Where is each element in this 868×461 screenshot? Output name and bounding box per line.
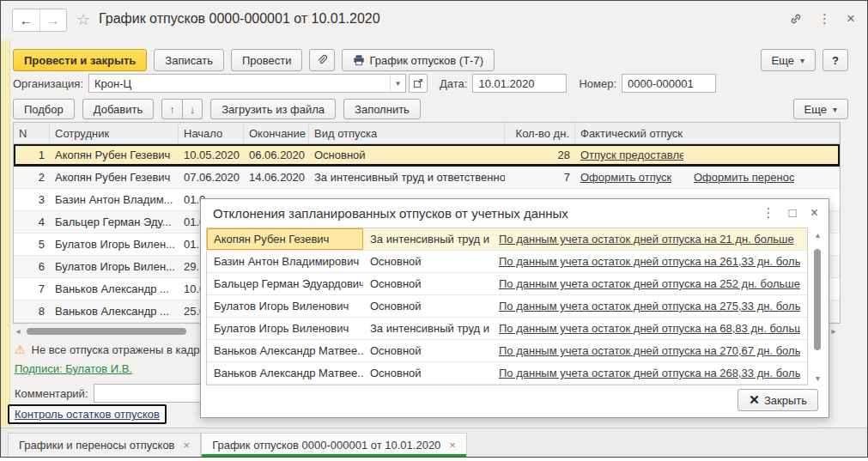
cell-fact2-link[interactable]: Оформить перенос: [694, 171, 794, 184]
app-window: ← → ☆ График отпусков 0000-000001 от 10.…: [0, 0, 868, 458]
warning-row: ⚠ Не все отпуска отражены в кадро: [15, 343, 206, 356]
cell-message-link[interactable]: По данным учета остаток дней отпуска на …: [499, 255, 800, 268]
cell-employee[interactable]: Ваньков Александр Матвее...: [207, 340, 363, 361]
back-button[interactable]: ←: [13, 9, 40, 31]
save-button[interactable]: Записать: [154, 49, 224, 71]
cell-employee[interactable]: Булатов Игорь Виленович: [207, 318, 363, 339]
organization-input[interactable]: [89, 75, 390, 92]
favorite-star-icon[interactable]: ☆: [76, 10, 90, 29]
deviation-row[interactable]: Акопян Рубен ГезевичЗа интенсивный труд …: [207, 228, 807, 251]
cell-message: По данным учета остаток дней отпуска на …: [492, 318, 807, 339]
col-days[interactable]: Кол-во дн.: [505, 123, 575, 143]
deviation-row[interactable]: Ваньков Александр Матвее...ОсновнойПо да…: [207, 340, 807, 362]
arrow-up-icon: ↑: [169, 103, 175, 116]
scroll-down-icon[interactable]: ▾: [813, 373, 823, 383]
signatures-link[interactable]: Подписи: Булатов И.В.: [15, 362, 132, 375]
cell-n: 2: [14, 167, 50, 188]
close-x-icon: ✕: [749, 392, 760, 408]
organization-dropdown-icon[interactable]: ▾: [390, 75, 405, 92]
scroll-left-icon[interactable]: ◂: [13, 326, 23, 336]
get-link-icon[interactable]: [789, 12, 803, 26]
cell-fact: Отпуск предоставле...: [575, 144, 689, 166]
dialog-restore-icon[interactable]: □: [789, 205, 797, 221]
form-more-button[interactable]: Еще▾: [761, 49, 816, 71]
organization-field[interactable]: ▾: [88, 74, 406, 93]
warning-text: Не все отпуска отражены в кадро: [32, 343, 206, 356]
cell-vacation-type: Основной: [363, 295, 492, 317]
cell-message-link[interactable]: По данным учета остаток дней отпуска на …: [499, 233, 794, 246]
col-n[interactable]: N: [14, 123, 50, 143]
tab-close-icon[interactable]: ×: [449, 439, 456, 452]
cell-employee[interactable]: Базин Антон Владимирович: [207, 251, 363, 272]
tab-close-icon[interactable]: ×: [184, 439, 191, 452]
vacation-balance-control: Контроль остатков отпусков: [8, 404, 167, 424]
cell-message-link[interactable]: По данным учета остаток дней отпуска на …: [499, 322, 800, 335]
col-type[interactable]: Вид отпуска: [309, 123, 505, 143]
cell-message-link[interactable]: По данным учета остаток дней отпуска на …: [499, 300, 800, 312]
cell-vacation-type: Основной: [363, 251, 492, 272]
cell-employee[interactable]: Ваньков Александр Матвее...: [207, 362, 363, 384]
comment-label: Комментарий:: [15, 387, 88, 400]
cell-fact-link[interactable]: Отпуск предоставле...: [580, 149, 683, 161]
post-button[interactable]: Провести: [231, 49, 303, 71]
deviations-dialog: Отклонения запланированных отпусков от у…: [200, 198, 829, 418]
dialog-close-icon[interactable]: ×: [810, 205, 818, 221]
vertical-scroll-thumb[interactable]: [814, 249, 821, 350]
cell-message-link[interactable]: По данным учета остаток дней отпуска на …: [499, 344, 800, 357]
print-t7-button[interactable]: График отпусков (Т-7): [342, 49, 495, 71]
cell-fact: Оформить отпуск: [575, 167, 689, 188]
add-button[interactable]: Добавить: [82, 99, 154, 119]
deviation-row[interactable]: Ваньков Александр Матвее...ОсновнойПо да…: [207, 362, 807, 385]
cell-fact-link[interactable]: Оформить отпуск: [580, 171, 671, 184]
pick-button[interactable]: Подбор: [13, 99, 75, 119]
dialog-vertical-scrollbar[interactable]: ▴ ▾: [812, 230, 823, 383]
table-row[interactable]: 1Акопян Рубен Гезевич10.05.202006.06.202…: [14, 144, 840, 167]
more-label: Еще: [772, 54, 794, 67]
window-menu-icon[interactable]: ⋮: [818, 11, 831, 27]
move-up-button[interactable]: ↑: [161, 99, 183, 119]
forward-button[interactable]: →: [40, 9, 67, 31]
deviation-row[interactable]: Булатов Игорь ВиленовичОсновнойПо данным…: [207, 295, 807, 318]
tab-vacation-schedule-document[interactable]: График отпусков 0000-000001 от 10.01.202…: [201, 433, 467, 457]
attachments-button[interactable]: [309, 49, 335, 71]
number-input[interactable]: [622, 75, 784, 92]
date-field[interactable]: [472, 74, 567, 93]
warning-icon: ⚠: [15, 343, 26, 356]
col-employee[interactable]: Сотрудник: [50, 123, 179, 143]
table-row[interactable]: 2Акопян Рубен Гезевич07.06.202014.06.202…: [14, 167, 840, 189]
paperclip-icon: [316, 54, 328, 66]
load-from-file-button[interactable]: Загрузить из файла: [210, 99, 336, 119]
cell-employee: Акопян Рубен Гезевич: [50, 144, 179, 166]
dialog-menu-icon[interactable]: ⋮: [762, 205, 775, 221]
chevron-down-icon: ▾: [833, 105, 837, 114]
balance-control-link[interactable]: Контроль остатков отпусков: [15, 408, 160, 421]
deviation-row[interactable]: Базин Антон ВладимировичОсновнойПо данны…: [207, 251, 807, 273]
tab-vacation-schedules-list[interactable]: Графики и переносы отпусков ×: [8, 433, 201, 457]
post-and-close-button[interactable]: Провести и закрыть: [13, 49, 147, 71]
cell-employee[interactable]: Бальцер Герман Эдуардович: [207, 273, 363, 294]
organization-open-button[interactable]: [409, 74, 428, 93]
document-header-fields: Организация: ▾ Дата: Номер:: [13, 73, 716, 94]
scroll-up-icon[interactable]: ▴: [813, 230, 823, 240]
cell-message-link[interactable]: По данным учета остаток дней отпуска на …: [499, 277, 800, 290]
cell-message-link[interactable]: По данным учета остаток дней отпуска на …: [499, 367, 800, 379]
list-more-button[interactable]: Еще▾: [793, 99, 848, 119]
help-button[interactable]: ?: [822, 49, 848, 71]
col-fact[interactable]: Фактический отпуск: [575, 123, 840, 143]
fill-button[interactable]: Заполнить: [343, 99, 421, 119]
cell-vacation-type: Основной: [363, 362, 492, 384]
deviation-row[interactable]: Бальцер Герман ЭдуардовичОсновнойПо данн…: [207, 273, 807, 295]
cell-n: 3: [14, 189, 50, 210]
move-down-button[interactable]: ↓: [183, 99, 203, 119]
deviation-row[interactable]: Булатов Игорь ВиленовичЗа интенсивный тр…: [207, 318, 807, 340]
window-close-icon[interactable]: ×: [847, 11, 855, 27]
table-header: N Сотрудник Начало Окончание Вид отпуска…: [14, 123, 840, 144]
col-start[interactable]: Начало: [179, 123, 244, 143]
cell-employee[interactable]: Булатов Игорь Виленович: [207, 295, 363, 317]
dialog-close-button[interactable]: ✕ Закрыть: [737, 389, 818, 411]
cell-employee[interactable]: Акопян Рубен Гезевич: [207, 228, 363, 250]
col-end[interactable]: Окончание: [244, 123, 309, 143]
number-field[interactable]: [622, 74, 716, 93]
scroll-right-icon[interactable]: ▸: [829, 326, 839, 336]
horizontal-scroll-thumb[interactable]: [27, 328, 186, 335]
